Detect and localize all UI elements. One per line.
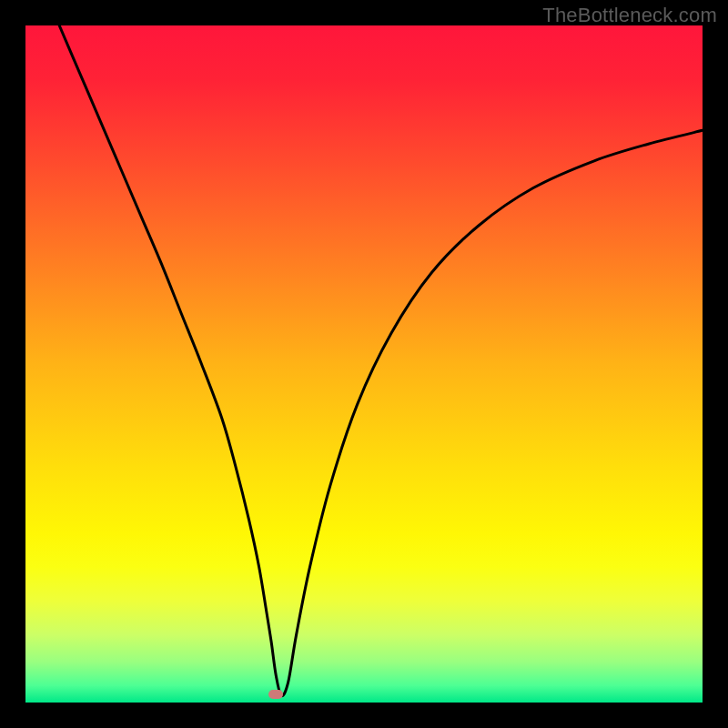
bottleneck-curve — [59, 25, 703, 696]
chart-curve-layer — [25, 25, 703, 703]
watermark-text: TheBottleneck.com — [542, 4, 717, 27]
optimal-marker — [268, 690, 283, 699]
chart-frame — [25, 25, 703, 703]
